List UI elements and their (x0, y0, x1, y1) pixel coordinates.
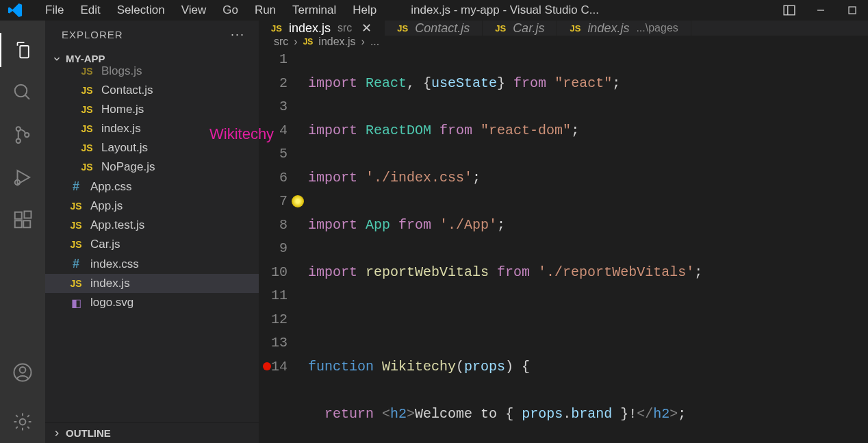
file-name: logo.svg (90, 296, 133, 309)
file-name: Car.js (90, 238, 120, 251)
file-tree-item[interactable]: JSindex.js (45, 274, 259, 293)
js-file-icon: JS (67, 220, 85, 231)
breadcrumb-tail: ... (370, 36, 379, 48)
run-debug-icon[interactable] (0, 156, 45, 199)
file-tree-item[interactable]: #App.css (45, 177, 259, 197)
file-tree-item[interactable]: JSLayout.js (45, 138, 259, 157)
line-number: 6 (259, 166, 288, 190)
search-icon[interactable] (0, 71, 45, 114)
line-number: 4 (259, 119, 288, 143)
accounts-icon[interactable] (0, 351, 45, 394)
editor-tab[interactable]: JSindex.js...\pages (557, 21, 691, 36)
editor-tab[interactable]: JSContact.js (385, 21, 483, 36)
js-file-icon: JS (78, 104, 96, 115)
file-name: Home.js (101, 103, 144, 116)
file-tree-item[interactable]: JSApp.js (45, 197, 259, 216)
svg-point-16 (20, 419, 26, 425)
file-name: Layout.js (101, 141, 148, 155)
line-number: 3 (259, 95, 288, 119)
explorer-more-icon[interactable]: ··· (231, 27, 245, 42)
breadcrumb-sep-icon: › (294, 36, 297, 48)
activity-bar (0, 21, 45, 443)
js-file-icon: JS (78, 142, 96, 153)
menu-terminal[interactable]: Terminal (284, 1, 344, 20)
file-tree-item[interactable]: JSContact.js (45, 81, 259, 100)
file-tree: JSBlogs.jsJSContact.jsJSHome.jsJSindex.j… (45, 68, 259, 312)
file-tree-item[interactable]: JSindex.js (45, 119, 259, 138)
file-tree-item[interactable]: ◧logo.svg (45, 293, 259, 312)
svg-rect-3 (849, 7, 856, 14)
line-number: 5 (259, 142, 288, 166)
tab-label: Car.js (513, 21, 544, 36)
editor-area: JSindex.jssrc✕JSContact.jsJSCar.jsJSinde… (259, 21, 868, 443)
file-tree-item[interactable]: JSNoPage.js (45, 157, 259, 177)
svg-rect-11 (15, 220, 22, 227)
maximize-button[interactable] (837, 0, 868, 21)
explorer-title: EXPLORER (62, 29, 123, 40)
js-file-icon: JS (495, 23, 506, 34)
svg-point-6 (16, 127, 21, 131)
file-tree-item[interactable]: JSBlogs.js (45, 62, 259, 81)
close-tab-icon[interactable]: ✕ (361, 21, 372, 36)
vscode-logo-icon (5, 1, 25, 20)
js-file-icon: JS (67, 278, 85, 289)
line-number-gutter: 1234567891011121314 (259, 48, 308, 443)
svg-file-icon: ◧ (67, 296, 85, 309)
tab-path: ...\pages (636, 22, 678, 34)
line-number: 1 (259, 48, 288, 72)
outline-header[interactable]: OUTLINE (45, 422, 259, 443)
layout-icon[interactable] (774, 0, 805, 21)
file-tree-item[interactable]: JSHome.js (45, 100, 259, 119)
editor-tab[interactable]: JSindex.jssrc✕ (259, 21, 385, 36)
svg-rect-13 (25, 212, 31, 218)
tab-label: index.js (289, 21, 331, 36)
menu-selection[interactable]: Selection (109, 1, 173, 20)
extensions-icon[interactable] (0, 199, 45, 241)
tab-label: index.js (587, 21, 629, 36)
file-name: index.js (101, 122, 141, 136)
svg-point-15 (20, 367, 26, 373)
menu-view[interactable]: View (173, 1, 215, 20)
js-file-icon: JS (78, 85, 96, 96)
breadcrumb[interactable]: src › JS index.js › ... (259, 36, 868, 48)
file-name: NoPage.js (101, 160, 155, 174)
js-file-icon: JS (78, 162, 96, 173)
editor-tabs: JSindex.jssrc✕JSContact.jsJSCar.jsJSinde… (259, 21, 868, 36)
css-file-icon: # (67, 179, 85, 194)
tab-label: Contact.js (415, 21, 470, 36)
menu-go[interactable]: Go (214, 1, 246, 20)
file-tree-item[interactable]: JSApp.test.js (45, 216, 259, 235)
explorer-sidebar: EXPLORER ··· MY-APP JSBlogs.jsJSContact.… (45, 21, 259, 443)
js-file-icon: JS (67, 201, 85, 212)
line-number: 12 (259, 308, 288, 332)
js-file-icon: JS (397, 23, 408, 34)
source-control-icon[interactable] (0, 114, 45, 156)
js-file-icon: JS (78, 66, 96, 77)
line-number: 10 (259, 261, 288, 285)
breakpoint-icon[interactable] (263, 362, 271, 370)
js-file-icon: JS (271, 23, 282, 34)
svg-rect-0 (784, 5, 795, 15)
explorer-header: EXPLORER ··· (45, 21, 259, 49)
code-content[interactable]: import React, {useState} from "react"; i… (308, 48, 868, 443)
file-name: Contact.js (101, 84, 153, 97)
menu-run[interactable]: Run (246, 1, 284, 20)
explorer-icon[interactable] (0, 29, 45, 71)
menu-file[interactable]: File (37, 1, 72, 20)
code-editor[interactable]: 1234567891011121314 import React, {useSt… (259, 48, 868, 443)
file-name: App.css (90, 180, 131, 194)
tab-path: src (337, 22, 352, 34)
menubar: File Edit Selection View Go Run Terminal… (0, 0, 868, 21)
settings-gear-icon[interactable] (0, 401, 45, 443)
line-number: 13 (259, 331, 288, 355)
minimize-button[interactable] (805, 0, 837, 21)
svg-rect-12 (23, 220, 30, 227)
breadcrumb-file: index.js (318, 36, 355, 48)
file-tree-item[interactable]: JSCar.js (45, 235, 259, 254)
menu-help[interactable]: Help (344, 1, 385, 20)
file-tree-item[interactable]: #index.css (45, 254, 259, 274)
svg-line-5 (25, 95, 29, 99)
line-number: 7 (259, 190, 288, 214)
menu-edit[interactable]: Edit (72, 1, 108, 20)
editor-tab[interactable]: JSCar.js (483, 21, 557, 36)
